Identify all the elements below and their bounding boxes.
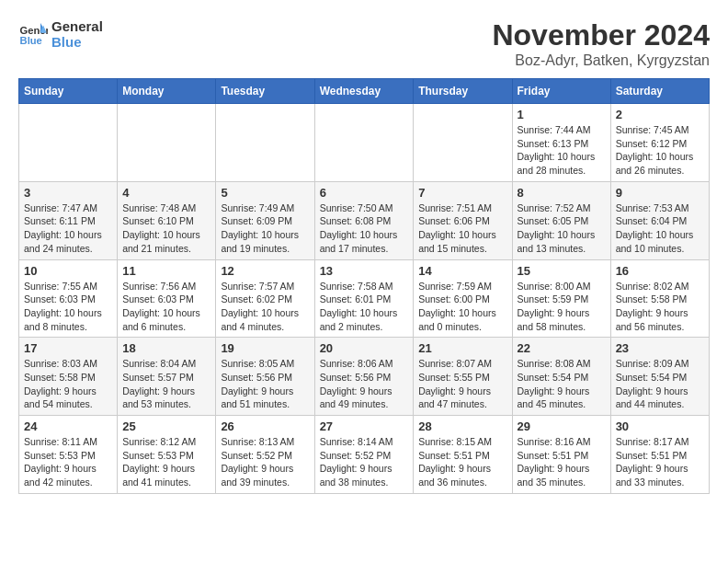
calendar-cell: 2Sunrise: 7:45 AM Sunset: 6:12 PM Daylig… <box>610 104 709 182</box>
day-info: Sunrise: 7:59 AM Sunset: 6:00 PM Dayligh… <box>418 280 506 334</box>
day-number: 7 <box>418 186 506 200</box>
day-number: 30 <box>616 419 704 433</box>
day-number: 9 <box>616 186 704 200</box>
calendar-cell: 24Sunrise: 8:11 AM Sunset: 5:53 PM Dayli… <box>19 416 118 494</box>
logo-general: General <box>51 18 103 34</box>
calendar-cell: 15Sunrise: 8:00 AM Sunset: 5:59 PM Dayli… <box>512 259 610 338</box>
logo-blue: Blue <box>51 34 103 50</box>
calendar-cell <box>314 104 414 182</box>
day-info: Sunrise: 8:14 AM Sunset: 5:52 PM Dayligh… <box>320 435 409 489</box>
day-info: Sunrise: 7:58 AM Sunset: 6:01 PM Dayligh… <box>320 280 409 334</box>
day-number: 12 <box>221 264 309 278</box>
day-info: Sunrise: 7:53 AM Sunset: 6:04 PM Dayligh… <box>616 201 704 256</box>
day-number: 15 <box>518 264 606 278</box>
day-info: Sunrise: 8:04 AM Sunset: 5:57 PM Dayligh… <box>122 357 210 411</box>
day-info: Sunrise: 7:52 AM Sunset: 6:05 PM Dayligh… <box>518 201 606 256</box>
calendar-cell: 5Sunrise: 7:49 AM Sunset: 6:09 PM Daylig… <box>216 181 314 259</box>
calendar-header-row: SundayMondayTuesdayWednesdayThursdayFrid… <box>19 79 710 104</box>
calendar-cell: 12Sunrise: 7:57 AM Sunset: 6:02 PM Dayli… <box>216 259 314 338</box>
day-info: Sunrise: 8:00 AM Sunset: 5:59 PM Dayligh… <box>518 280 606 334</box>
calendar-body: 1Sunrise: 7:44 AM Sunset: 6:13 PM Daylig… <box>19 104 710 494</box>
day-number: 24 <box>24 419 112 433</box>
location: Boz-Adyr, Batken, Kyrgyzstan <box>492 52 710 69</box>
title-area: November 2024 Boz-Adyr, Batken, Kyrgyzst… <box>492 18 710 69</box>
calendar-cell: 16Sunrise: 8:02 AM Sunset: 5:58 PM Dayli… <box>610 259 709 338</box>
calendar-cell: 19Sunrise: 8:05 AM Sunset: 5:56 PM Dayli… <box>216 338 314 416</box>
calendar-day-header: Monday <box>118 79 216 104</box>
day-number: 29 <box>518 419 606 433</box>
calendar-week-row: 17Sunrise: 8:03 AM Sunset: 5:58 PM Dayli… <box>19 338 710 416</box>
calendar-table: SundayMondayTuesdayWednesdayThursdayFrid… <box>18 78 710 494</box>
day-info: Sunrise: 8:17 AM Sunset: 5:51 PM Dayligh… <box>616 435 704 489</box>
day-info: Sunrise: 7:57 AM Sunset: 6:02 PM Dayligh… <box>221 280 309 334</box>
day-info: Sunrise: 7:49 AM Sunset: 6:09 PM Dayligh… <box>221 201 309 256</box>
day-number: 25 <box>122 419 210 433</box>
calendar-cell: 6Sunrise: 7:50 AM Sunset: 6:08 PM Daylig… <box>314 181 414 259</box>
day-info: Sunrise: 8:07 AM Sunset: 5:55 PM Dayligh… <box>418 357 506 411</box>
day-number: 3 <box>24 186 112 200</box>
day-number: 4 <box>122 186 210 200</box>
day-info: Sunrise: 8:15 AM Sunset: 5:51 PM Dayligh… <box>418 435 506 489</box>
day-number: 26 <box>221 419 309 433</box>
day-info: Sunrise: 8:05 AM Sunset: 5:56 PM Dayligh… <box>221 357 309 411</box>
day-number: 5 <box>221 186 309 200</box>
calendar-cell: 26Sunrise: 8:13 AM Sunset: 5:52 PM Dayli… <box>216 416 314 494</box>
day-info: Sunrise: 8:09 AM Sunset: 5:54 PM Dayligh… <box>616 357 704 411</box>
logo-icon: General Blue <box>18 19 48 49</box>
calendar-cell <box>19 104 118 182</box>
calendar-cell <box>216 104 314 182</box>
calendar-day-header: Thursday <box>414 79 512 104</box>
day-info: Sunrise: 8:16 AM Sunset: 5:51 PM Dayligh… <box>518 435 606 489</box>
day-info: Sunrise: 7:45 AM Sunset: 6:12 PM Dayligh… <box>616 123 704 178</box>
calendar-cell: 7Sunrise: 7:51 AM Sunset: 6:06 PM Daylig… <box>414 181 512 259</box>
calendar-cell: 25Sunrise: 8:12 AM Sunset: 5:53 PM Dayli… <box>118 416 216 494</box>
calendar-week-row: 1Sunrise: 7:44 AM Sunset: 6:13 PM Daylig… <box>19 104 710 182</box>
day-info: Sunrise: 7:44 AM Sunset: 6:13 PM Dayligh… <box>518 123 606 178</box>
day-number: 17 <box>24 341 112 355</box>
calendar-day-header: Sunday <box>19 79 118 104</box>
calendar-cell: 27Sunrise: 8:14 AM Sunset: 5:52 PM Dayli… <box>314 416 414 494</box>
calendar-cell: 23Sunrise: 8:09 AM Sunset: 5:54 PM Dayli… <box>610 338 709 416</box>
calendar-cell: 4Sunrise: 7:48 AM Sunset: 6:10 PM Daylig… <box>118 181 216 259</box>
page-header: General Blue General Blue November 2024 … <box>18 18 710 69</box>
calendar-cell: 1Sunrise: 7:44 AM Sunset: 6:13 PM Daylig… <box>512 104 610 182</box>
day-number: 6 <box>320 186 409 200</box>
day-info: Sunrise: 7:55 AM Sunset: 6:03 PM Dayligh… <box>24 280 112 334</box>
calendar-cell: 21Sunrise: 8:07 AM Sunset: 5:55 PM Dayli… <box>414 338 512 416</box>
day-info: Sunrise: 8:03 AM Sunset: 5:58 PM Dayligh… <box>24 357 112 411</box>
day-number: 27 <box>320 419 409 433</box>
calendar-cell: 13Sunrise: 7:58 AM Sunset: 6:01 PM Dayli… <box>314 259 414 338</box>
day-number: 1 <box>518 108 606 121</box>
day-number: 11 <box>122 264 210 278</box>
day-info: Sunrise: 7:47 AM Sunset: 6:11 PM Dayligh… <box>24 201 112 256</box>
month-title: November 2024 <box>492 18 710 52</box>
calendar-week-row: 10Sunrise: 7:55 AM Sunset: 6:03 PM Dayli… <box>19 259 710 338</box>
day-info: Sunrise: 8:11 AM Sunset: 5:53 PM Dayligh… <box>24 435 112 489</box>
calendar-cell: 10Sunrise: 7:55 AM Sunset: 6:03 PM Dayli… <box>19 259 118 338</box>
day-number: 28 <box>418 419 506 433</box>
day-info: Sunrise: 7:50 AM Sunset: 6:08 PM Dayligh… <box>320 201 409 256</box>
day-info: Sunrise: 8:06 AM Sunset: 5:56 PM Dayligh… <box>320 357 409 411</box>
calendar-day-header: Wednesday <box>314 79 414 104</box>
calendar-cell: 30Sunrise: 8:17 AM Sunset: 5:51 PM Dayli… <box>610 416 709 494</box>
day-number: 2 <box>616 108 704 121</box>
calendar-week-row: 3Sunrise: 7:47 AM Sunset: 6:11 PM Daylig… <box>19 181 710 259</box>
calendar-day-header: Tuesday <box>216 79 314 104</box>
calendar-cell: 28Sunrise: 8:15 AM Sunset: 5:51 PM Dayli… <box>414 416 512 494</box>
calendar-cell: 18Sunrise: 8:04 AM Sunset: 5:57 PM Dayli… <box>118 338 216 416</box>
day-number: 8 <box>518 186 606 200</box>
day-number: 16 <box>616 264 704 278</box>
calendar-cell: 9Sunrise: 7:53 AM Sunset: 6:04 PM Daylig… <box>610 181 709 259</box>
day-number: 13 <box>320 264 409 278</box>
day-number: 14 <box>418 264 506 278</box>
day-number: 23 <box>616 341 704 355</box>
calendar-cell: 14Sunrise: 7:59 AM Sunset: 6:00 PM Dayli… <box>414 259 512 338</box>
day-number: 20 <box>320 341 409 355</box>
day-info: Sunrise: 8:12 AM Sunset: 5:53 PM Dayligh… <box>122 435 210 489</box>
day-number: 19 <box>221 341 309 355</box>
day-number: 21 <box>418 341 506 355</box>
day-number: 18 <box>122 341 210 355</box>
day-info: Sunrise: 7:56 AM Sunset: 6:03 PM Dayligh… <box>122 280 210 334</box>
calendar-cell <box>414 104 512 182</box>
day-number: 10 <box>24 264 112 278</box>
